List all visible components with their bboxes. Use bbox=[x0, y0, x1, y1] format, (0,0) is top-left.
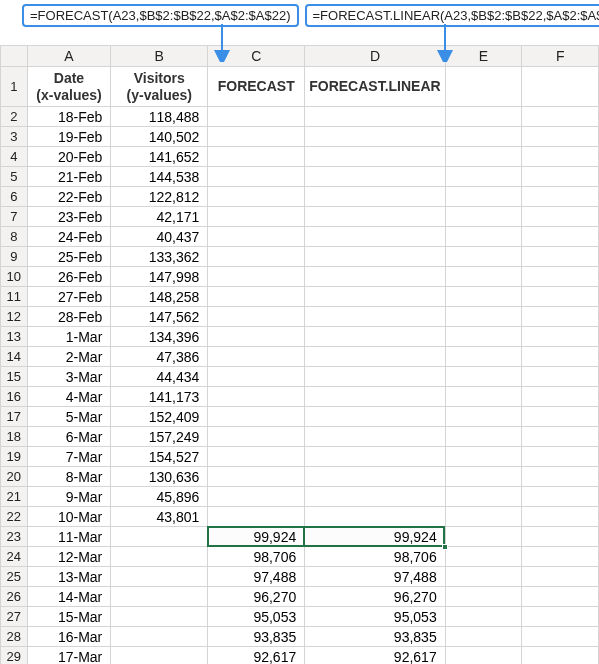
cell[interactable] bbox=[445, 287, 522, 307]
cell[interactable] bbox=[522, 567, 599, 587]
cell-visitors[interactable]: 40,437 bbox=[111, 227, 208, 247]
cell-forecast[interactable] bbox=[208, 507, 305, 527]
header-forecast[interactable]: FORECAST bbox=[208, 67, 305, 107]
cell-forecast-linear[interactable] bbox=[305, 387, 445, 407]
cell[interactable] bbox=[522, 427, 599, 447]
cell-forecast-linear[interactable] bbox=[305, 467, 445, 487]
cell-date[interactable]: 28-Feb bbox=[27, 307, 111, 327]
row-header[interactable]: 12 bbox=[1, 307, 28, 327]
cell-visitors[interactable] bbox=[111, 567, 208, 587]
cell[interactable] bbox=[522, 607, 599, 627]
cell[interactable] bbox=[522, 467, 599, 487]
spreadsheet-grid[interactable]: A B C D E F 1 Date(x-values) Visitors(y-… bbox=[0, 45, 599, 664]
cell-forecast[interactable] bbox=[208, 407, 305, 427]
cell-date[interactable]: 12-Mar bbox=[27, 547, 111, 567]
cell-date[interactable]: 21-Feb bbox=[27, 167, 111, 187]
cell-forecast[interactable]: 92,617 bbox=[208, 647, 305, 665]
cell-forecast[interactable] bbox=[208, 487, 305, 507]
row-header[interactable]: 5 bbox=[1, 167, 28, 187]
cell[interactable] bbox=[445, 247, 522, 267]
cell[interactable] bbox=[445, 107, 522, 127]
cell-forecast[interactable] bbox=[208, 207, 305, 227]
cell-forecast-linear[interactable] bbox=[305, 427, 445, 447]
cell-forecast[interactable] bbox=[208, 167, 305, 187]
row-header[interactable]: 29 bbox=[1, 647, 28, 665]
cell-visitors[interactable]: 133,362 bbox=[111, 247, 208, 267]
cell-date[interactable]: 16-Mar bbox=[27, 627, 111, 647]
cell[interactable] bbox=[445, 647, 522, 665]
cell[interactable] bbox=[445, 67, 522, 107]
cell-date[interactable]: 3-Mar bbox=[27, 367, 111, 387]
cell-forecast[interactable]: 96,270 bbox=[208, 587, 305, 607]
cell-visitors[interactable]: 47,386 bbox=[111, 347, 208, 367]
col-header-B[interactable]: B bbox=[111, 46, 208, 67]
cell-forecast[interactable] bbox=[208, 427, 305, 447]
col-header-D[interactable]: D bbox=[305, 46, 445, 67]
cell[interactable] bbox=[522, 327, 599, 347]
cell-date[interactable]: 4-Mar bbox=[27, 387, 111, 407]
cell[interactable] bbox=[445, 547, 522, 567]
row-header[interactable]: 23 bbox=[1, 527, 28, 547]
cell[interactable] bbox=[522, 187, 599, 207]
cell-date[interactable]: 7-Mar bbox=[27, 447, 111, 467]
cell[interactable] bbox=[522, 147, 599, 167]
row-header[interactable]: 20 bbox=[1, 467, 28, 487]
cell-forecast-linear[interactable] bbox=[305, 347, 445, 367]
cell[interactable] bbox=[445, 267, 522, 287]
cell-forecast[interactable] bbox=[208, 107, 305, 127]
cell[interactable] bbox=[522, 447, 599, 467]
row-header[interactable]: 11 bbox=[1, 287, 28, 307]
cell[interactable] bbox=[522, 267, 599, 287]
row-header[interactable]: 13 bbox=[1, 327, 28, 347]
cell-forecast[interactable] bbox=[208, 227, 305, 247]
cell[interactable] bbox=[522, 387, 599, 407]
cell-visitors[interactable]: 144,538 bbox=[111, 167, 208, 187]
cell-date[interactable]: 17-Mar bbox=[27, 647, 111, 665]
cell[interactable] bbox=[445, 307, 522, 327]
cell-forecast-linear[interactable]: 93,835 bbox=[305, 627, 445, 647]
row-header[interactable]: 10 bbox=[1, 267, 28, 287]
cell[interactable] bbox=[445, 447, 522, 467]
cell-forecast-linear[interactable] bbox=[305, 447, 445, 467]
cell-forecast[interactable] bbox=[208, 187, 305, 207]
cell-date[interactable]: 9-Mar bbox=[27, 487, 111, 507]
cell-forecast[interactable] bbox=[208, 287, 305, 307]
row-header[interactable]: 9 bbox=[1, 247, 28, 267]
row-header[interactable]: 19 bbox=[1, 447, 28, 467]
cell-visitors[interactable] bbox=[111, 607, 208, 627]
cell[interactable] bbox=[522, 167, 599, 187]
cell[interactable] bbox=[522, 367, 599, 387]
cell-forecast-linear[interactable]: 99,924 bbox=[305, 527, 445, 547]
cell-date[interactable]: 23-Feb bbox=[27, 207, 111, 227]
cell[interactable] bbox=[522, 547, 599, 567]
cell-date[interactable]: 1-Mar bbox=[27, 327, 111, 347]
cell-date[interactable]: 24-Feb bbox=[27, 227, 111, 247]
cell-forecast-linear[interactable] bbox=[305, 107, 445, 127]
cell-visitors[interactable]: 45,896 bbox=[111, 487, 208, 507]
cell-forecast[interactable] bbox=[208, 147, 305, 167]
cell-forecast-linear[interactable] bbox=[305, 207, 445, 227]
cell[interactable] bbox=[445, 147, 522, 167]
cell-forecast-linear[interactable] bbox=[305, 127, 445, 147]
cell-visitors[interactable]: 130,636 bbox=[111, 467, 208, 487]
cell[interactable] bbox=[522, 527, 599, 547]
cell[interactable] bbox=[445, 207, 522, 227]
cell-visitors[interactable]: 141,173 bbox=[111, 387, 208, 407]
cell-visitors[interactable]: 141,652 bbox=[111, 147, 208, 167]
cell-forecast-linear[interactable] bbox=[305, 147, 445, 167]
row-header[interactable]: 17 bbox=[1, 407, 28, 427]
cell[interactable] bbox=[522, 627, 599, 647]
row-header[interactable]: 7 bbox=[1, 207, 28, 227]
cell-date[interactable]: 2-Mar bbox=[27, 347, 111, 367]
cell[interactable] bbox=[445, 327, 522, 347]
cell-visitors[interactable] bbox=[111, 527, 208, 547]
header-visitors[interactable]: Visitors(y-values) bbox=[111, 67, 208, 107]
cell-forecast-linear[interactable]: 97,488 bbox=[305, 567, 445, 587]
cell[interactable] bbox=[522, 127, 599, 147]
cell[interactable] bbox=[522, 407, 599, 427]
cell-date[interactable]: 5-Mar bbox=[27, 407, 111, 427]
cell-visitors[interactable] bbox=[111, 547, 208, 567]
cell-visitors[interactable] bbox=[111, 647, 208, 665]
row-header[interactable]: 15 bbox=[1, 367, 28, 387]
cell-forecast[interactable]: 95,053 bbox=[208, 607, 305, 627]
